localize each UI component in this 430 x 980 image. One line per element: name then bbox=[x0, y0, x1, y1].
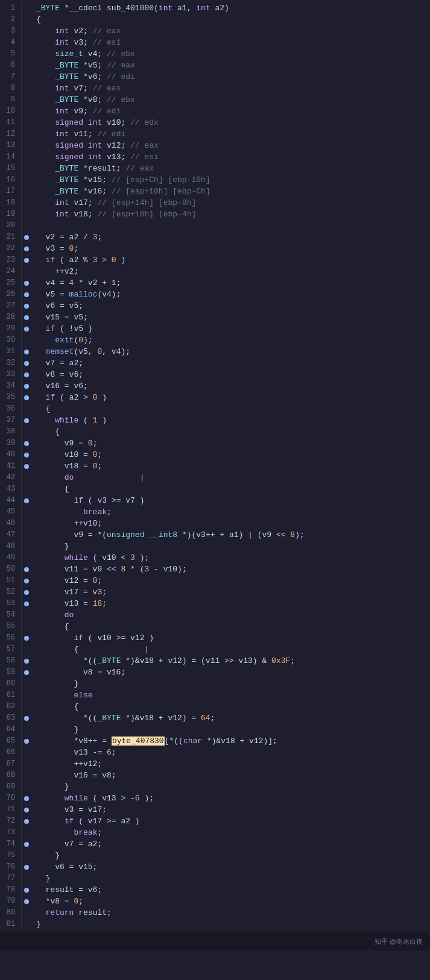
line-number: 19 bbox=[2, 209, 19, 220]
breakpoint-dot[interactable] bbox=[24, 392, 29, 403]
breakpoint-dot[interactable] bbox=[24, 667, 29, 678]
line-number: 70 bbox=[2, 793, 19, 804]
code-line: signed int v12; // eax bbox=[36, 140, 425, 151]
breakpoint-dot[interactable] bbox=[24, 254, 29, 266]
line-number: 47 bbox=[2, 529, 19, 541]
line-number: 59 bbox=[2, 667, 19, 678]
line-number: 27 bbox=[2, 300, 19, 312]
breakpoint-dot[interactable] bbox=[24, 632, 29, 644]
code-line: if ( v3 >= v7 ) bbox=[36, 495, 425, 506]
code-line: } bbox=[36, 919, 425, 930]
code-line: v18 = 0; bbox=[36, 460, 425, 472]
breakpoint-dot[interactable] bbox=[24, 838, 29, 850]
breakpoint-dot[interactable] bbox=[24, 712, 29, 724]
line-number: 50 bbox=[2, 564, 19, 575]
breakpoint-dot[interactable] bbox=[24, 564, 29, 575]
breakpoint-dot[interactable] bbox=[24, 438, 29, 449]
code-line: } bbox=[36, 781, 425, 793]
code-line: v12 = 0; bbox=[36, 575, 425, 586]
line-number: 73 bbox=[2, 827, 19, 838]
line-number: 31 bbox=[2, 346, 19, 357]
code-line: else bbox=[36, 689, 425, 701]
code-line: int v17; // [esp+14h] [ebp-8h] bbox=[36, 197, 425, 209]
breakpoint-dot[interactable] bbox=[24, 460, 29, 472]
breakpoint-dot[interactable] bbox=[24, 884, 29, 896]
breakpoint-dot[interactable] bbox=[24, 861, 29, 873]
line-number: 40 bbox=[2, 449, 19, 460]
breakpoint-dot[interactable] bbox=[24, 655, 29, 667]
breakpoint-dot[interactable] bbox=[24, 380, 29, 392]
line-number: 52 bbox=[2, 586, 19, 598]
line-number: 57 bbox=[2, 644, 19, 655]
code-line: v13 = 18; bbox=[36, 598, 425, 609]
code-line: } bbox=[36, 678, 425, 689]
line-number: 61 bbox=[2, 689, 19, 701]
line-number: 41 bbox=[2, 460, 19, 472]
breakpoint-dot[interactable] bbox=[24, 289, 29, 300]
breakpoint-dot[interactable] bbox=[24, 793, 29, 804]
line-number: 67 bbox=[2, 758, 19, 770]
line-number: 80 bbox=[2, 907, 19, 919]
breakpoint-dot[interactable] bbox=[24, 300, 29, 312]
breakpoint-dot[interactable] bbox=[24, 323, 29, 335]
line-number: 8 bbox=[2, 83, 19, 94]
breakpoint-dot[interactable] bbox=[24, 449, 29, 460]
line-number: 55 bbox=[2, 621, 19, 632]
code-line: { bbox=[36, 483, 425, 495]
code-line: _BYTE *v15; // [esp+Ch] [ebp-10h] bbox=[36, 174, 425, 186]
code-line: ++v10; bbox=[36, 518, 425, 529]
code-line: v13 -= 6; bbox=[36, 747, 425, 758]
code-line: v6 = v15; bbox=[36, 861, 425, 873]
breakpoint-dot[interactable] bbox=[24, 277, 29, 289]
breakpoint-dot[interactable] bbox=[24, 815, 29, 827]
breakpoint-dot[interactable] bbox=[24, 231, 29, 243]
breakpoint-dot[interactable] bbox=[24, 243, 29, 254]
breakpoint-dot[interactable] bbox=[24, 312, 29, 323]
breakpoint-dot[interactable] bbox=[24, 598, 29, 609]
breakpoint-dot[interactable] bbox=[24, 896, 29, 907]
line-number: 45 bbox=[2, 506, 19, 518]
code-line: if ( a2 % 3 > 0 ) bbox=[36, 254, 425, 266]
line-number: 25 bbox=[2, 277, 19, 289]
code-line: break; bbox=[36, 506, 425, 518]
breakpoint-dot[interactable] bbox=[24, 346, 29, 357]
code-lines: _BYTE *__cdecl sub_401000(int a1, int a2… bbox=[31, 2, 430, 930]
breakpoint-dot[interactable] bbox=[24, 495, 29, 506]
line-number: 48 bbox=[2, 541, 19, 552]
line-number: 60 bbox=[2, 678, 19, 689]
breakpoint-dot[interactable] bbox=[24, 415, 29, 426]
line-number: 81 bbox=[2, 919, 19, 930]
code-line: } bbox=[36, 873, 425, 884]
code-line: while ( v10 < 3 ); bbox=[36, 552, 425, 564]
code-line: ++v12; bbox=[36, 758, 425, 770]
line-number: 46 bbox=[2, 518, 19, 529]
breakpoint-dot[interactable] bbox=[24, 369, 29, 380]
code-line: _BYTE *v5; // eax bbox=[36, 60, 425, 71]
line-number: 51 bbox=[2, 575, 19, 586]
line-number: 15 bbox=[2, 163, 19, 174]
breakpoint-dot[interactable] bbox=[24, 804, 29, 815]
line-number: 14 bbox=[2, 151, 19, 163]
code-line: v9 = 0; bbox=[36, 438, 425, 449]
code-line: _BYTE *v8; // ebx bbox=[36, 94, 425, 105]
code-line: _BYTE *v6; // edi bbox=[36, 71, 425, 83]
breakpoint-dot[interactable] bbox=[24, 586, 29, 598]
breakpoint-dot[interactable] bbox=[24, 575, 29, 586]
code-line: *((_BYTE *)&v18 + v12) = 64; bbox=[36, 712, 425, 724]
code-line: v2 = a2 / 3; bbox=[36, 231, 425, 243]
code-line: v3 = v17; bbox=[36, 804, 425, 815]
breakpoint-dot[interactable] bbox=[24, 357, 29, 369]
code-line: int v9; // edi bbox=[36, 105, 425, 117]
code-line: v10 = 0; bbox=[36, 449, 425, 460]
code-line: } bbox=[36, 724, 425, 735]
line-numbers: 1234567891011121314151617181920212223242… bbox=[0, 2, 22, 930]
dot-column bbox=[22, 2, 31, 930]
breakpoint-dot[interactable] bbox=[24, 735, 29, 747]
code-line: do | bbox=[36, 472, 425, 483]
code-line: v16 = v8; bbox=[36, 770, 425, 781]
code-line: _BYTE *result; // eax bbox=[36, 163, 425, 174]
watermark: 知乎 @奇冰白夜 bbox=[375, 937, 423, 946]
code-line: if ( v17 >= a2 ) bbox=[36, 815, 425, 827]
line-number: 66 bbox=[2, 747, 19, 758]
code-line: v7 = a2; bbox=[36, 838, 425, 850]
